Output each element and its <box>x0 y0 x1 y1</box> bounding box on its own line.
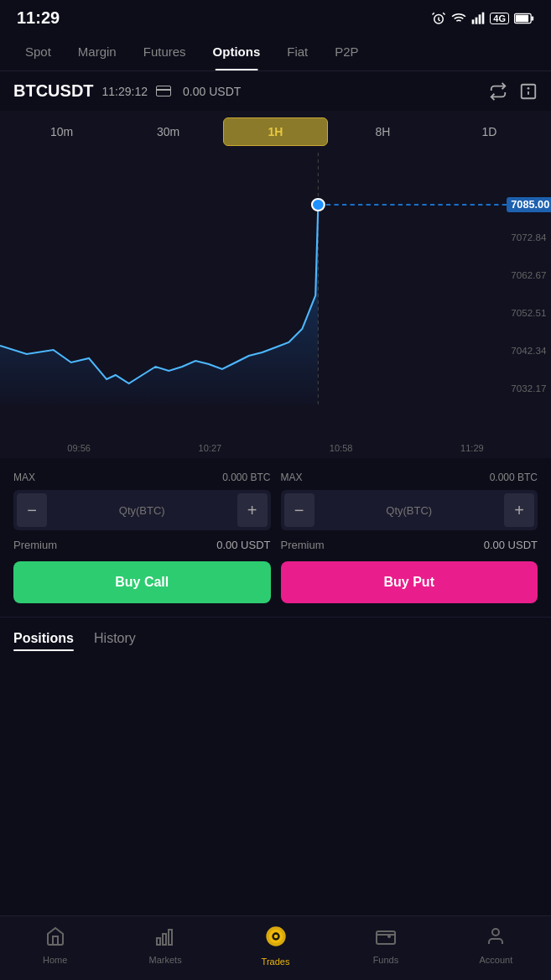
svg-rect-6 <box>532 16 534 20</box>
account-icon <box>486 926 506 951</box>
tab-positions[interactable]: Positions <box>13 631 74 651</box>
svg-text:7042.34: 7042.34 <box>511 346 546 356</box>
put-premium-value: 0.00 USDT <box>484 539 538 551</box>
call-qty-input[interactable] <box>50 504 234 517</box>
interval-10m[interactable]: 10m <box>10 118 113 145</box>
funds-label: Funds <box>373 955 399 965</box>
interval-1d[interactable]: 1D <box>438 118 541 145</box>
put-max-label: MAX <box>281 472 303 483</box>
x-label-1: 09:56 <box>67 443 91 453</box>
tab-fiat[interactable]: Fiat <box>275 33 320 70</box>
pair-header: BTCUSDT 11:29:12 0.00 USDT <box>0 71 551 111</box>
interval-8h[interactable]: 8H <box>331 118 434 145</box>
trades-svg <box>264 925 288 948</box>
swap-icon[interactable] <box>489 82 507 101</box>
svg-rect-4 <box>482 12 485 23</box>
put-max-value: 0.000 BTC <box>490 472 538 483</box>
card-icon <box>156 86 171 96</box>
put-premium-row: Premium 0.00 USDT <box>281 539 538 551</box>
x-axis: 09:56 10:27 10:58 11:29 <box>0 438 551 458</box>
buy-call-button[interactable]: Buy Call <box>13 561 271 603</box>
trades-icon <box>264 925 288 953</box>
trade-columns: MAX 0.000 BTC − + Premium 0.00 USDT Buy … <box>13 472 538 603</box>
pair-actions <box>489 82 538 101</box>
call-premium-value: 0.00 USDT <box>216 539 270 551</box>
svg-rect-1 <box>472 19 475 23</box>
buy-put-button[interactable]: Buy Put <box>281 561 538 603</box>
svg-rect-25 <box>163 934 166 945</box>
markets-svg <box>155 926 175 946</box>
funds-svg <box>376 926 396 946</box>
svg-point-15 <box>312 199 325 211</box>
home-icon <box>45 926 65 951</box>
x-label-3: 10:58 <box>330 443 353 453</box>
put-qty-minus[interactable]: − <box>284 493 314 527</box>
home-label: Home <box>43 955 67 965</box>
nav-markets[interactable]: Markets <box>110 926 220 965</box>
svg-text:7072.84: 7072.84 <box>511 232 546 242</box>
4g-badge: 4G <box>490 13 509 24</box>
put-max-row: MAX 0.000 BTC <box>281 472 538 483</box>
status-bar: 11:29 4G <box>0 0 551 33</box>
svg-rect-3 <box>479 14 481 23</box>
interval-bar: 10m 30m 1H 8H 1D <box>0 111 551 153</box>
svg-rect-26 <box>169 930 172 945</box>
home-svg <box>45 926 65 946</box>
call-premium-row: Premium 0.00 USDT <box>13 539 271 551</box>
call-max-row: MAX 0.000 BTC <box>13 472 271 483</box>
interval-30m[interactable]: 30m <box>117 118 220 145</box>
tab-futures[interactable]: Futures <box>132 33 198 70</box>
call-max-label: MAX <box>13 472 35 483</box>
interval-1h[interactable]: 1H <box>223 117 328 146</box>
trading-section: MAX 0.000 BTC − + Premium 0.00 USDT Buy … <box>0 458 551 617</box>
svg-marker-14 <box>0 205 318 404</box>
signal-icon <box>471 12 485 25</box>
pair-symbol[interactable]: BTCUSDT <box>13 81 94 101</box>
buy-put-column: MAX 0.000 BTC − + Premium 0.00 USDT Buy … <box>281 472 538 603</box>
trades-label: Trades <box>262 957 290 967</box>
nav-home[interactable]: Home <box>0 926 110 965</box>
chart-section: 10m 30m 1H 8H 1D <box>0 111 551 458</box>
put-premium-label: Premium <box>281 539 325 551</box>
top-nav: Spot Margin Futures Options Fiat P2P <box>0 33 551 71</box>
tab-history[interactable]: History <box>94 631 136 651</box>
put-qty-plus[interactable]: + <box>504 493 534 527</box>
account-svg <box>486 926 506 946</box>
tab-spot[interactable]: Spot <box>13 33 63 70</box>
x-label-4: 11:29 <box>460 443 484 453</box>
nav-trades[interactable]: Trades <box>221 925 330 967</box>
svg-text:7085.00: 7085.00 <box>511 199 549 211</box>
svg-text:7032.17: 7032.17 <box>511 383 546 394</box>
svg-point-30 <box>273 935 278 939</box>
call-qty-row: − + <box>13 490 271 530</box>
put-qty-row: − + <box>281 490 538 530</box>
svg-rect-7 <box>516 14 528 22</box>
call-qty-plus[interactable]: + <box>237 493 268 527</box>
wifi-icon <box>451 11 466 26</box>
positions-tabs: Positions History <box>13 631 538 651</box>
positions-section: Positions History <box>0 617 551 671</box>
tab-p2p[interactable]: P2P <box>323 33 370 70</box>
call-max-value: 0.000 BTC <box>222 472 270 483</box>
svg-rect-24 <box>157 938 160 945</box>
alarm-icon <box>431 11 446 26</box>
call-qty-minus[interactable]: − <box>17 493 47 527</box>
put-qty-input[interactable] <box>318 504 502 517</box>
tab-options[interactable]: Options <box>201 33 273 70</box>
svg-text:7052.51: 7052.51 <box>511 308 546 318</box>
pair-time: 11:29:12 <box>102 85 148 98</box>
markets-label: Markets <box>149 955 182 965</box>
svg-text:7062.67: 7062.67 <box>511 270 546 280</box>
bottom-nav: Home Markets Trades Funds <box>0 915 551 980</box>
tab-margin[interactable]: Margin <box>66 33 128 70</box>
chart-container: 7085.00 7085.00 7072.84 7062.67 7052.51 … <box>0 153 551 438</box>
svg-point-32 <box>492 929 499 936</box>
status-time: 11:29 <box>17 8 60 28</box>
nav-account[interactable]: Account <box>441 926 551 965</box>
funds-icon <box>376 926 396 951</box>
info-icon[interactable] <box>519 82 538 101</box>
nav-funds[interactable]: Funds <box>330 926 440 965</box>
status-icons: 4G <box>431 11 534 26</box>
svg-rect-2 <box>476 17 478 23</box>
svg-rect-31 <box>377 931 395 944</box>
